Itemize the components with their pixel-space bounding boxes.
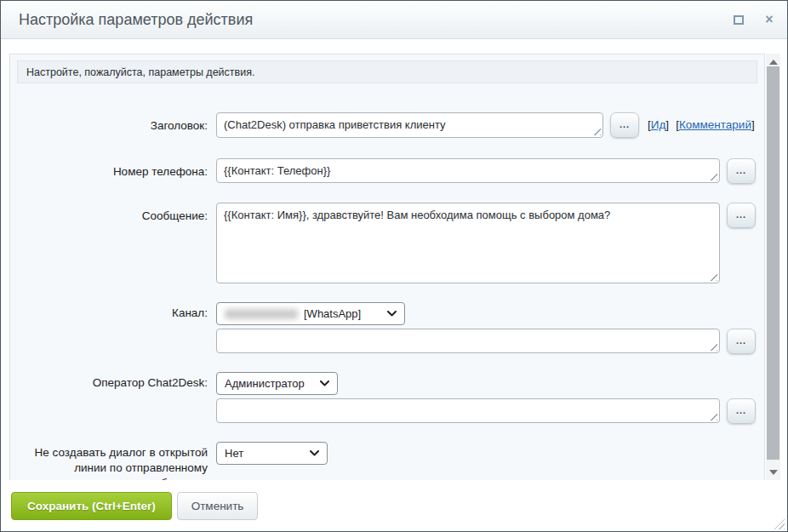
row-channel-extra: ... bbox=[10, 329, 764, 354]
redacted-text bbox=[225, 309, 298, 319]
chevron-down-icon bbox=[387, 311, 397, 317]
header-label: Заголовок: bbox=[10, 112, 216, 134]
channel-select[interactable]: [WhatsApp] bbox=[216, 302, 405, 325]
action-settings-dialog: Настройка параметров действия × Настройт… bbox=[0, 0, 788, 532]
close-button[interactable]: × bbox=[762, 12, 777, 27]
no-dialog-select[interactable]: Нет bbox=[216, 442, 328, 465]
dialog-body: Настройте, пожалуйста, параметры действи… bbox=[9, 54, 780, 482]
no-dialog-selected-value: Нет bbox=[225, 447, 305, 460]
maximize-icon bbox=[734, 15, 744, 25]
scroll-down-icon bbox=[769, 470, 778, 475]
row-operator: Оператор Chat2Desk: Администратор bbox=[10, 369, 764, 395]
chevron-down-icon bbox=[320, 380, 329, 386]
row-no-dialog: Не создавать диалог в открытой линии по … bbox=[10, 439, 764, 482]
channel-label: Канал: bbox=[10, 300, 216, 321]
ellipsis-icon: ... bbox=[620, 118, 630, 130]
close-icon: × bbox=[765, 13, 773, 26]
chevron-down-icon bbox=[310, 450, 319, 456]
operator-more-button[interactable]: ... bbox=[727, 398, 756, 424]
dialog-footer: Сохранить (Ctrl+Enter) Отменить bbox=[1, 480, 787, 531]
form-panel: Настройте, пожалуйста, параметры действи… bbox=[9, 54, 765, 482]
header-links: [Ид][Комментарий] bbox=[648, 112, 755, 131]
operator-extra-input[interactable] bbox=[216, 398, 720, 423]
channel-extra-input[interactable] bbox=[216, 329, 720, 353]
ellipsis-icon: ... bbox=[736, 164, 746, 176]
cancel-button[interactable]: Отменить bbox=[177, 492, 259, 520]
message-input[interactable]: {{Контакт: Имя}}, здравствуйте! Вам необ… bbox=[216, 203, 720, 283]
row-phone: Номер телефона: {{Контакт: Телефон}} ... bbox=[10, 158, 764, 184]
scrollbar-thumb[interactable] bbox=[767, 66, 779, 460]
dialog-title: Настройка параметров действия bbox=[19, 11, 253, 29]
phone-input[interactable]: {{Контакт: Телефон}} bbox=[216, 158, 720, 183]
ellipsis-icon: ... bbox=[736, 209, 746, 220]
phone-more-button[interactable]: ... bbox=[727, 158, 756, 184]
info-banner: Настройте, пожалуйста, параметры действи… bbox=[17, 60, 757, 83]
comment-link[interactable]: Комментарий bbox=[679, 118, 751, 131]
dialog-titlebar: Настройка параметров действия × bbox=[1, 1, 787, 39]
operator-label: Оператор Chat2Desk: bbox=[10, 369, 216, 391]
row-channel: Канал: [WhatsApp] bbox=[10, 300, 764, 325]
channel-more-button[interactable]: ... bbox=[727, 329, 756, 354]
maximize-button[interactable] bbox=[731, 12, 746, 27]
ellipsis-icon: ... bbox=[736, 335, 746, 346]
header-more-button[interactable]: ... bbox=[610, 112, 639, 138]
header-input[interactable]: (Chat2Desk) отправка приветствия клиенту bbox=[216, 112, 603, 138]
save-button[interactable]: Сохранить (Ctrl+Enter) bbox=[11, 492, 172, 520]
scrollbar-down-button[interactable] bbox=[766, 467, 780, 478]
row-operator-extra: ... bbox=[10, 398, 764, 424]
row-header: Заголовок: (Chat2Desk) отправка приветст… bbox=[10, 112, 764, 138]
ellipsis-icon: ... bbox=[736, 404, 746, 416]
operator-selected-value: Администратор bbox=[225, 377, 315, 390]
parameters-form: Заголовок: (Chat2Desk) отправка приветст… bbox=[10, 83, 764, 482]
operator-select[interactable]: Администратор bbox=[216, 372, 338, 395]
vertical-scrollbar[interactable] bbox=[766, 54, 780, 482]
message-more-button[interactable]: ... bbox=[727, 203, 756, 228]
message-label: Сообщение: bbox=[10, 203, 216, 224]
channel-selected-value: [WhatsApp] bbox=[304, 307, 382, 320]
phone-label: Номер телефона: bbox=[10, 158, 216, 180]
id-link[interactable]: Ид bbox=[651, 118, 666, 131]
no-dialog-label: Не создавать диалог в открытой линии по … bbox=[10, 439, 216, 482]
scroll-up-icon bbox=[769, 60, 778, 65]
row-message: Сообщение: {{Контакт: Имя}}, здравствуйт… bbox=[10, 203, 764, 283]
